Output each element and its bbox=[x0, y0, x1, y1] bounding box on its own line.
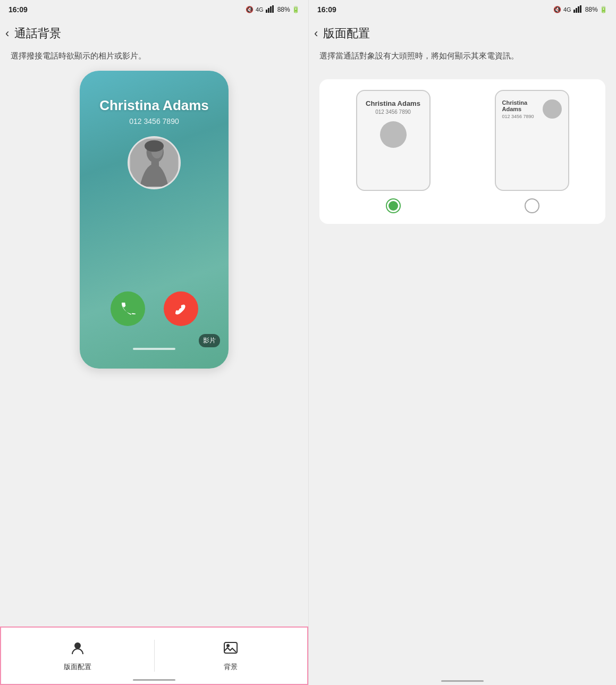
time-right: 16:09 bbox=[317, 5, 336, 14]
mock1-number: 012 3456 7890 bbox=[364, 109, 423, 115]
video-badge: 影片 bbox=[199, 334, 220, 347]
right-header: ‹ 版面配置 bbox=[309, 19, 616, 46]
time-left: 16:09 bbox=[9, 5, 28, 14]
accept-call-button[interactable] bbox=[111, 291, 145, 326]
network-icon-r: 4G bbox=[563, 6, 571, 13]
signal-bars-icon bbox=[266, 5, 275, 14]
signal-bars-icon-r bbox=[573, 5, 583, 14]
mock2-name: Christina Adams bbox=[502, 99, 535, 112]
call-buttons bbox=[80, 291, 229, 326]
svg-point-9 bbox=[74, 642, 81, 649]
svg-rect-1 bbox=[268, 8, 269, 13]
back-button-left[interactable]: ‹ bbox=[5, 27, 9, 40]
left-description: 選擇撥接電話時欲顯示的相片或影片。 bbox=[0, 46, 308, 71]
left-panel: 16:09 🔇 4G 88% 🔋 ‹ 通話背景 選擇撥接電話時欲顯示的相片或影片… bbox=[0, 0, 308, 685]
radio-option-1[interactable] bbox=[386, 198, 401, 213]
svg-rect-0 bbox=[266, 10, 267, 13]
background-tab-icon bbox=[223, 640, 238, 659]
tab-layout[interactable]: 版面配置 bbox=[1, 635, 154, 677]
left-page-title: 通話背景 bbox=[14, 26, 61, 41]
decline-call-button[interactable] bbox=[164, 291, 198, 326]
layout-option-1[interactable]: Christina Adams 012 3456 7890 bbox=[328, 90, 458, 213]
layout-mock-1: Christina Adams 012 3456 7890 bbox=[356, 90, 431, 191]
left-header: ‹ 通話背景 bbox=[0, 19, 308, 46]
battery-icon: 88% 🔋 bbox=[277, 6, 300, 13]
layout-mock-2: Christina Adams 012 3456 7890 bbox=[495, 90, 569, 191]
svg-rect-2 bbox=[270, 6, 272, 13]
layout-tab-label: 版面配置 bbox=[64, 662, 91, 672]
svg-rect-3 bbox=[272, 5, 274, 13]
radio-option-2[interactable] bbox=[525, 198, 539, 213]
status-icons-left: 🔇 4G 88% 🔋 bbox=[246, 5, 300, 14]
bottom-swipe-indicator bbox=[133, 679, 175, 681]
svg-rect-14 bbox=[578, 6, 579, 13]
mock1-name: Christina Adams bbox=[364, 99, 423, 107]
tab-background[interactable]: 背景 bbox=[155, 635, 308, 677]
right-page-title: 版面配置 bbox=[323, 26, 370, 41]
network-icon: 4G bbox=[256, 6, 264, 13]
right-panel: 16:09 🔇 4G 88% 🔋 ‹ 版面配置 選擇當通話對象設有大頭照時，將如… bbox=[308, 0, 616, 685]
caller-name: Christina Adams bbox=[99, 97, 209, 114]
mock2-number: 012 3456 7890 bbox=[502, 114, 535, 119]
status-bar-right: 16:09 🔇 4G 88% 🔋 bbox=[309, 0, 616, 19]
svg-rect-15 bbox=[580, 5, 581, 13]
phone-inner: Christina Adams 012 3456 7890 bbox=[80, 71, 229, 369]
svg-rect-12 bbox=[573, 10, 575, 13]
layout-option-2[interactable]: Christina Adams 012 3456 7890 bbox=[467, 90, 597, 213]
status-icons-right: 🔇 4G 88% 🔋 bbox=[553, 5, 607, 14]
svg-rect-13 bbox=[576, 8, 577, 13]
right-description: 選擇當通話對象設有大頭照時，將如何顯示其來電資訊。 bbox=[309, 46, 616, 71]
signal-mute-icon: 🔇 bbox=[246, 6, 254, 13]
svg-point-11 bbox=[226, 644, 230, 647]
layout-options: Christina Adams 012 3456 7890 Christina … bbox=[319, 79, 605, 224]
bottom-tab-bar: 版面配置 背景 bbox=[0, 626, 308, 685]
mock1-avatar bbox=[380, 121, 407, 148]
phone-preview: Christina Adams 012 3456 7890 bbox=[80, 71, 229, 369]
battery-icon-r: 88% 🔋 bbox=[585, 6, 607, 13]
signal-mute-icon-r: 🔇 bbox=[553, 6, 561, 13]
avatar-svg bbox=[130, 139, 178, 187]
phone-preview-container: Christina Adams 012 3456 7890 bbox=[0, 71, 308, 686]
mock2-avatar bbox=[543, 99, 562, 119]
swipe-indicator bbox=[133, 348, 175, 350]
svg-point-8 bbox=[145, 140, 164, 152]
radio-inner-1 bbox=[389, 201, 398, 211]
caller-number: 012 3456 7890 bbox=[129, 117, 179, 126]
layout-tab-icon bbox=[70, 640, 85, 659]
background-tab-label: 背景 bbox=[224, 662, 238, 672]
avatar bbox=[128, 136, 181, 189]
back-button-right[interactable]: ‹ bbox=[314, 27, 318, 40]
status-bar-left: 16:09 🔇 4G 88% 🔋 bbox=[0, 0, 308, 19]
right-swipe-indicator bbox=[441, 680, 484, 682]
